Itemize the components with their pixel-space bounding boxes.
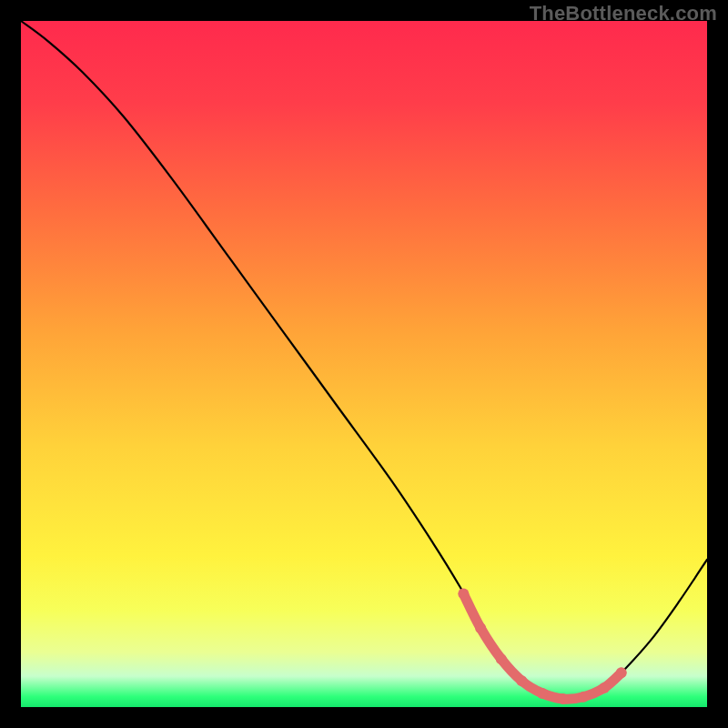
valley-marker-dot	[599, 682, 610, 693]
valley-marker-dot	[496, 653, 507, 664]
valley-marker-dot	[616, 667, 627, 678]
chart-background-gradient	[21, 21, 707, 707]
valley-marker-dot	[578, 692, 589, 703]
valley-marker-dot	[475, 622, 486, 633]
chart-frame: TheBottleneck.com	[0, 0, 728, 728]
valley-marker-dot	[516, 675, 527, 686]
valley-marker-dot	[458, 589, 469, 600]
chart-plot-area	[21, 21, 707, 707]
valley-marker-dot	[537, 688, 548, 699]
chart-svg	[21, 21, 707, 707]
valley-marker-dot	[558, 693, 569, 704]
